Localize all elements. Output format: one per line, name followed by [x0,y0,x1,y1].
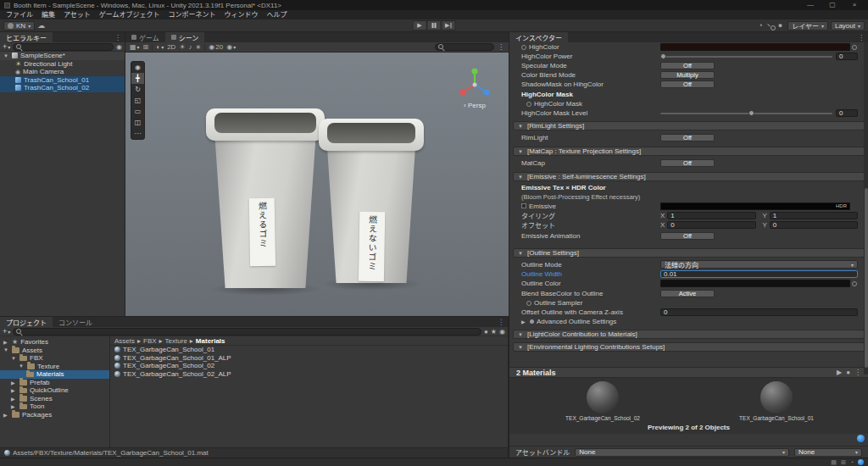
color-picker-icon[interactable] [852,45,857,50]
slider-thumb[interactable] [748,110,754,116]
panel-menu-icon[interactable]: ⋮ [111,32,125,42]
tree-item-toon[interactable]: ▶ Toon [0,402,109,411]
tree-item-assets[interactable]: ▼ Assets [0,347,109,355]
panel-menu-icon[interactable]: ⋮ [854,32,868,42]
activity-icon[interactable]: ◔ [850,459,854,465]
close-button[interactable]: × [845,0,864,10]
texture-slot-icon[interactable] [526,301,531,306]
layers-dropdown[interactable]: レイヤー ▾ [787,21,828,31]
foldout-icon[interactable]: ▼ [3,53,9,58]
offset-y-field[interactable]: 0 [770,221,858,229]
outline-section-foldout[interactable]: ▼ [Outline Settings] [513,248,865,258]
material-preview-area[interactable]: TEX_GarbageCan_School_02 TEX_GarbageCan_… [509,378,868,434]
emissive-hdr-swatch[interactable]: HDR [660,202,850,210]
console-log-icon[interactable]: ▤ [831,459,837,466]
tree-item-quickoutline[interactable]: ▶ QuickOutline [0,386,109,395]
rimlight-button[interactable]: Off [660,134,715,141]
tab-inspector[interactable]: インスペクター [509,32,568,42]
breadcrumb-assets[interactable]: Assets [114,337,135,345]
foldout-icon[interactable]: ▶ [11,387,17,393]
tiling-y-field[interactable]: 1 [770,212,858,219]
highcolor-mask-level-field[interactable]: 0 [836,109,858,117]
texture-slot-icon[interactable] [526,102,531,107]
preview-sphere-icon[interactable]: ● [846,369,850,376]
assetbundle-variant-dropdown[interactable]: None ▾ [794,448,862,457]
file-row-mat-02-alp[interactable]: TEX_GarbageCan_School_02_ALP [110,370,508,379]
shading-mode-dropdown[interactable]: ◐ ▾ [156,43,164,51]
foldout-icon[interactable]: ▶ [11,396,17,402]
custom-tool-button[interactable]: ⋯ [131,128,144,139]
maximize-button[interactable]: ▢ [823,0,842,10]
tiling-x-field[interactable]: 1 [667,212,755,219]
outline-mode-dropdown[interactable]: 法線の方向 ▾ [660,260,858,269]
rotate-tool-button[interactable]: ↻ [131,84,144,95]
hierarchy-scene-root[interactable]: ▼ SampleScene* [0,52,125,60]
tree-item-packages[interactable]: ▶ Packages [0,411,109,419]
hierarchy-item-main-camera[interactable]: ◉ Main Camera [0,68,125,76]
color-blend-mode-button[interactable]: Multiply [660,71,715,79]
hidden-objects-toggle[interactable]: ◉ 20 [209,43,223,51]
tree-item-scenes[interactable]: ▶ Scenes [0,395,109,403]
effects-dropdown-icon[interactable]: ∗ [196,43,202,51]
lighting-toggle-icon[interactable]: ☀ [179,43,185,51]
foldout-icon[interactable]: ▶ [521,319,527,325]
material-preview-sphere-1[interactable] [587,381,619,413]
foldout-icon[interactable]: ▼ [11,356,17,361]
file-row-mat-01[interactable]: TEX_GarbageCan_School_01 [110,346,508,354]
file-row-mat-02[interactable]: TEX_GarbageCan_School_02 [110,362,508,370]
hierarchy-item-trashcan-01[interactable]: TrashCan_School_01 [0,76,125,85]
slider-thumb[interactable] [660,53,666,59]
env-section-foldout[interactable]: ▼ [Environmental Lighting Contributions … [513,342,865,352]
panel-menu-icon[interactable]: ⋮ [854,369,861,376]
highcolor-power-field[interactable]: 0 [836,53,858,60]
add-asset-button[interactable]: + ▾ [3,327,10,336]
foldout-icon[interactable]: ▶ [3,339,9,345]
tab-project[interactable]: プロジェクト [0,317,53,327]
grid-dropdown[interactable]: ▦ ▾ [130,43,140,51]
hidden-search-icon[interactable]: ◉ [499,328,505,336]
snap-icon[interactable]: ⊞ [143,43,149,51]
inspector-scrollbar[interactable] [864,42,868,374]
lightcolor-section-foldout[interactable]: ▼ [LightColor Contribution to Materials] [513,330,865,339]
shadowmask-button[interactable]: Off [660,80,715,88]
tree-item-texture[interactable]: ▼ Texture [0,363,109,371]
row-advanced-outline[interactable]: ▶ Advanced Outline Settings [509,317,868,326]
add-object-button[interactable]: + ▾ [3,42,10,51]
emissive-checkbox[interactable] [521,203,526,208]
undo-history-icon[interactable]: ◔ [755,21,765,30]
tab-scene[interactable]: シーン [165,32,205,42]
menu-edit[interactable]: 編集 [37,10,59,19]
panel-menu-icon[interactable]: ⋮ [498,43,504,51]
rect-tool-button[interactable]: ▭ [131,106,144,117]
camera-settings-dropdown[interactable]: ◉ ▾ [226,43,236,51]
materials-header-bar[interactable]: 2 Materials ▶ ● ⋮ [509,367,868,378]
view-tool-button[interactable]: ◉ [131,62,144,73]
menu-help[interactable]: ヘルプ [263,10,292,19]
assetbundle-dropdown[interactable]: None ▾ [575,448,789,457]
transform-tool-button[interactable]: ◫ [131,117,144,128]
emissive-animation-button[interactable]: Off [660,232,715,240]
hierarchy-item-trashcan-02[interactable]: TrashCan_School_02 [0,84,125,92]
breadcrumb-materials[interactable]: Materials [196,337,225,345]
project-search-input[interactable] [13,328,481,336]
trashcan-nonburnable-object[interactable]: 燃えないゴミ [319,119,424,283]
panel-menu-icon[interactable]: ⋮ [494,317,508,327]
play-button[interactable]: ▶ [413,20,427,31]
offset-x-field[interactable]: 0 [667,221,755,229]
tree-item-prefab[interactable]: ▶ Prefab [0,379,109,387]
layout-dropdown[interactable]: Layout ▾ [831,21,865,31]
foldout-icon[interactable]: ▼ [3,347,9,352]
file-row-mat-01-alp[interactable]: TEX_GarbageCan_School_01_ALP [110,354,508,363]
move-tool-button[interactable]: ╋ [131,73,144,84]
minimize-button[interactable]: — [801,0,820,10]
progress-icon[interactable]: ⊞ [841,459,846,466]
breadcrumb-fbx[interactable]: FBX [143,337,157,345]
orientation-gizmo[interactable]: ‹ Persp [456,64,493,114]
foldout-icon[interactable]: ▶ [11,380,17,386]
account-button[interactable]: KN ▾ [3,21,35,31]
hierarchy-item-directional-light[interactable]: ☀ Directional Light [0,60,125,69]
cloud-sync-badge[interactable] [857,435,865,442]
menu-assets[interactable]: アセット [59,10,95,19]
menu-window[interactable]: ウィンドウ [220,10,263,19]
matcap-button[interactable]: Off [660,159,715,167]
